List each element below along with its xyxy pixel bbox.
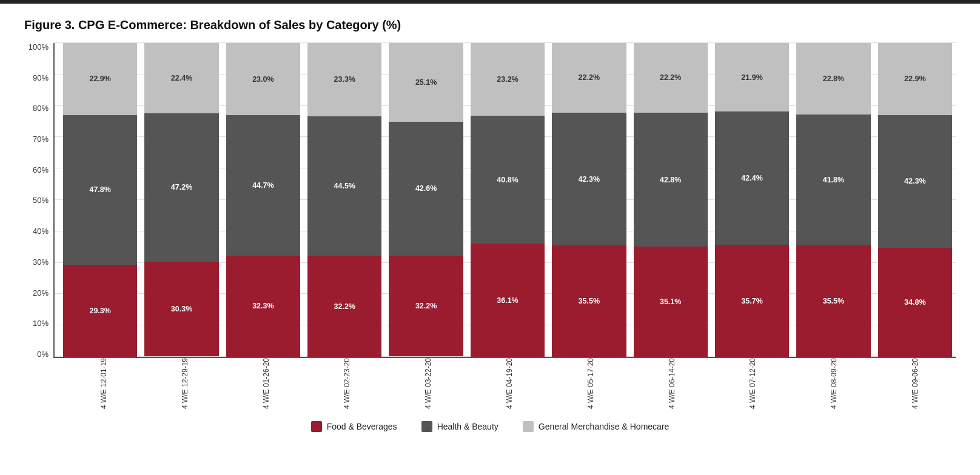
- segment-food: 32.3%: [226, 256, 300, 357]
- figure-title: Figure 3. CPG E-Commerce: Breakdown of S…: [24, 18, 956, 32]
- segment-food: 35.7%: [715, 245, 789, 357]
- x-axis-label: 4 W/E 09-06-20: [911, 358, 919, 413]
- x-label-group: 4 W/E 07-12-20: [713, 358, 794, 413]
- segment-general: 23.0%: [226, 43, 300, 115]
- segment-food: 36.1%: [471, 244, 545, 357]
- y-axis-label: 60%: [33, 166, 49, 174]
- y-axis-label: 70%: [33, 135, 49, 143]
- y-axis: 100%90%80%70%60%50%40%30%20%10%0%: [24, 43, 53, 358]
- segment-health: 41.8%: [796, 115, 870, 245]
- bar-group: 21.9%42.4%35.7%: [711, 43, 793, 357]
- segment-general: 23.2%: [471, 43, 545, 116]
- x-label-group: 4 W/E 09-06-20: [874, 358, 956, 413]
- segment-health: 42.8%: [634, 113, 708, 247]
- legend-label: Food & Beverages: [327, 422, 397, 431]
- x-label-group: 4 W/E 12-01-19: [63, 358, 144, 413]
- bar-stack: 22.9%42.3%34.8%: [878, 43, 952, 357]
- x-axis-label: 4 W/E 03-22-20: [424, 358, 432, 413]
- y-axis-label: 30%: [33, 258, 49, 266]
- bar-group: 25.1%42.6%32.2%: [385, 43, 466, 357]
- segment-health: 42.4%: [715, 111, 789, 245]
- segment-health: 42.6%: [389, 122, 463, 256]
- legend-item: Food & Beverages: [311, 421, 397, 432]
- x-axis-label: 4 W/E 12-01-19: [99, 358, 108, 413]
- segment-health: 47.2%: [144, 113, 218, 261]
- legend-swatch-food: [311, 421, 322, 432]
- bar-stack: 23.3%44.5%32.2%: [307, 43, 381, 357]
- bar-stack: 22.2%42.8%35.1%: [634, 43, 708, 357]
- segment-food: 30.3%: [144, 262, 218, 357]
- y-axis-label: 40%: [33, 227, 49, 235]
- y-axis-label: 50%: [33, 196, 49, 204]
- bar-group: 23.0%44.7%32.3%: [223, 43, 304, 357]
- bar-group: 22.4%47.2%30.3%: [141, 43, 222, 357]
- x-label-group: 4 W/E 02-23-20: [306, 358, 388, 413]
- x-label-group: 4 W/E 03-22-20: [388, 358, 469, 413]
- segment-general: 23.3%: [307, 43, 381, 116]
- x-axis-label: 4 W/E 07-12-20: [748, 358, 757, 413]
- x-label-group: 4 W/E 12-29-19: [144, 358, 226, 413]
- segment-food: 35.5%: [796, 245, 870, 357]
- legend-label: Health & Beauty: [437, 422, 498, 431]
- bar-stack: 21.9%42.4%35.7%: [715, 43, 789, 357]
- legend: Food & BeveragesHealth & BeautyGeneral M…: [24, 421, 956, 432]
- legend-label: General Merchandise & Homecare: [539, 422, 670, 431]
- bar-stack: 25.1%42.6%32.2%: [389, 43, 463, 357]
- segment-health: 40.8%: [471, 116, 545, 244]
- segment-general: 22.2%: [634, 43, 708, 113]
- segment-food: 35.1%: [634, 247, 708, 357]
- legend-item: General Merchandise & Homecare: [523, 421, 670, 432]
- x-label-group: 4 W/E 05-17-20: [550, 358, 631, 413]
- legend-item: Health & Beauty: [421, 421, 498, 432]
- segment-general: 25.1%: [389, 43, 463, 122]
- segment-health: 47.8%: [63, 115, 137, 265]
- y-axis-label: 0%: [37, 350, 49, 358]
- segment-general: 22.2%: [552, 43, 626, 113]
- bar-group: 22.2%42.3%35.5%: [548, 43, 629, 357]
- bar-group: 23.3%44.5%32.2%: [304, 43, 385, 357]
- x-label-group: 4 W/E 08-09-20: [793, 358, 874, 413]
- bar-group: 22.9%42.3%34.8%: [874, 43, 956, 357]
- x-axis-label: 4 W/E 05-17-20: [586, 358, 595, 413]
- segment-general: 22.9%: [63, 43, 137, 115]
- chart-container: Figure 3. CPG E-Commerce: Breakdown of S…: [0, 4, 980, 444]
- bar-stack: 23.0%44.7%32.3%: [226, 43, 300, 357]
- y-axis-label: 20%: [33, 289, 49, 297]
- x-axis-label: 4 W/E 12-29-19: [181, 358, 189, 413]
- y-axis-label: 100%: [29, 43, 49, 51]
- x-axis-label: 4 W/E 01-26-20: [262, 358, 270, 413]
- segment-food: 34.8%: [878, 248, 952, 357]
- segment-food: 32.2%: [389, 256, 463, 357]
- segment-food: 32.2%: [307, 256, 381, 357]
- segment-food: 35.5%: [552, 245, 626, 357]
- x-label-group: 4 W/E 04-19-20: [469, 358, 550, 413]
- chart-area: 100%90%80%70%60%50%40%30%20%10%0% 22.9%4…: [24, 43, 956, 358]
- y-axis-label: 10%: [33, 319, 49, 327]
- segment-general: 22.8%: [796, 43, 870, 115]
- x-label-group: 4 W/E 01-26-20: [226, 358, 307, 413]
- x-axis-label: 4 W/E 02-23-20: [343, 358, 351, 413]
- y-axis-label: 80%: [33, 104, 49, 112]
- segment-health: 44.5%: [307, 116, 381, 256]
- segment-health: 42.3%: [878, 115, 952, 248]
- bar-stack: 22.9%47.8%29.3%: [63, 43, 137, 357]
- y-axis-label: 90%: [33, 74, 49, 82]
- segment-general: 22.9%: [878, 43, 952, 115]
- bar-stack: 22.4%47.2%30.3%: [144, 43, 218, 357]
- bar-stack: 23.2%40.8%36.1%: [471, 43, 545, 357]
- segment-health: 44.7%: [226, 115, 300, 256]
- segment-food: 29.3%: [63, 265, 137, 357]
- bar-group: 22.2%42.8%35.1%: [630, 43, 711, 357]
- bar-group: 22.8%41.8%35.5%: [793, 43, 874, 357]
- legend-swatch-health: [421, 421, 432, 432]
- legend-swatch-general: [523, 421, 534, 432]
- x-axis-label: 4 W/E 06-14-20: [668, 358, 676, 413]
- x-labels-row: 4 W/E 12-01-194 W/E 12-29-194 W/E 01-26-…: [58, 358, 956, 413]
- bar-group: 22.9%47.8%29.3%: [59, 43, 141, 357]
- x-label-group: 4 W/E 06-14-20: [631, 358, 713, 413]
- bar-stack: 22.8%41.8%35.5%: [796, 43, 870, 357]
- bar-group: 23.2%40.8%36.1%: [467, 43, 548, 357]
- segment-general: 22.4%: [144, 43, 218, 113]
- bar-stack: 22.2%42.3%35.5%: [552, 43, 626, 357]
- bars-row: 22.9%47.8%29.3%22.4%47.2%30.3%23.0%44.7%…: [53, 43, 956, 358]
